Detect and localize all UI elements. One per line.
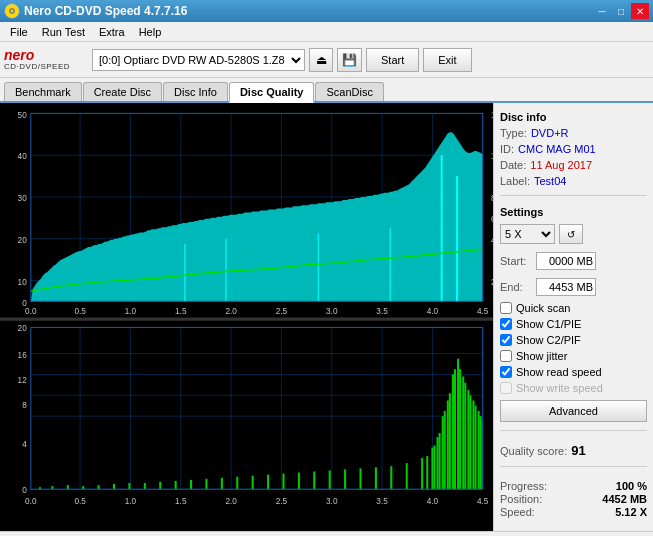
svg-rect-101: [359, 468, 361, 489]
svg-text:1.0: 1.0: [125, 497, 137, 506]
quick-scan-label: Quick scan: [516, 302, 570, 314]
tab-disc-quality[interactable]: Disc Quality: [229, 82, 315, 103]
svg-rect-122: [469, 395, 471, 489]
minimize-button[interactable]: ─: [593, 3, 611, 19]
app-icon: [4, 3, 20, 19]
settings-title: Settings: [500, 206, 647, 218]
svg-rect-88: [159, 482, 161, 489]
show-read-row: Show read speed: [500, 366, 647, 378]
menu-extra[interactable]: Extra: [93, 24, 131, 40]
show-c1-row: Show C1/PIE: [500, 318, 647, 330]
position-value: 4452 MB: [602, 493, 647, 505]
start-row: Start:: [500, 252, 647, 270]
svg-text:3.5: 3.5: [376, 497, 388, 506]
speed-select[interactable]: 5 X: [500, 224, 555, 244]
svg-rect-82: [67, 485, 69, 489]
menu-file[interactable]: File: [4, 24, 34, 40]
save-button[interactable]: 💾: [337, 48, 362, 72]
svg-rect-3: [0, 103, 493, 531]
start-button[interactable]: Start: [366, 48, 419, 72]
menu-help[interactable]: Help: [133, 24, 168, 40]
svg-rect-114: [449, 393, 451, 489]
show-jitter-label: Show jitter: [516, 350, 567, 362]
start-input[interactable]: [536, 252, 596, 270]
svg-text:1.0: 1.0: [125, 307, 137, 316]
progress-speed-row: Speed: 5.12 X: [500, 506, 647, 518]
svg-rect-110: [439, 433, 441, 489]
speed-label: Speed:: [500, 506, 535, 518]
tab-create-disc[interactable]: Create Disc: [83, 82, 162, 101]
save-icon: 💾: [342, 53, 357, 67]
svg-rect-99: [329, 470, 331, 489]
svg-rect-109: [437, 437, 439, 489]
quality-label: Quality score:: [500, 445, 567, 457]
show-jitter-checkbox[interactable]: [500, 350, 512, 362]
show-jitter-row: Show jitter: [500, 350, 647, 362]
eject-icon: ⏏: [316, 53, 327, 67]
show-c1-checkbox[interactable]: [500, 318, 512, 330]
tab-scan-disc[interactable]: ScanDisc: [315, 82, 383, 101]
disc-label-row: Label: Test04: [500, 175, 647, 187]
svg-rect-123: [472, 401, 474, 490]
svg-text:2.0: 2.0: [225, 307, 237, 316]
svg-text:16: 16: [18, 351, 28, 360]
svg-rect-86: [128, 483, 130, 489]
disc-type-label: Type:: [500, 127, 527, 139]
disc-label-value: Test04: [534, 175, 566, 187]
svg-text:3.0: 3.0: [326, 497, 338, 506]
progress-value: 100 %: [616, 480, 647, 492]
main-content: 50 40 30 20 10 0 16 12 8 6 4 2 0.0 0.5 1…: [0, 103, 653, 531]
svg-text:2.5: 2.5: [276, 307, 288, 316]
eject-button[interactable]: ⏏: [309, 48, 333, 72]
disc-info-title: Disc info: [500, 111, 647, 123]
disc-id-label: ID:: [500, 143, 514, 155]
svg-text:4.5: 4.5: [477, 307, 489, 316]
svg-rect-116: [454, 369, 456, 489]
svg-text:12: 12: [491, 152, 493, 161]
show-write-label: Show write speed: [516, 382, 603, 394]
menu-run-test[interactable]: Run Test: [36, 24, 91, 40]
svg-text:2.0: 2.0: [225, 497, 237, 506]
svg-rect-91: [205, 479, 207, 489]
disc-id-row: ID: CMC MAG M01: [500, 143, 647, 155]
svg-rect-112: [444, 411, 446, 489]
svg-rect-94: [252, 476, 254, 490]
svg-text:30: 30: [18, 194, 28, 203]
tab-disc-info[interactable]: Disc Info: [163, 82, 228, 101]
advanced-button[interactable]: Advanced: [500, 400, 647, 422]
svg-rect-108: [433, 445, 435, 489]
svg-text:0.0: 0.0: [25, 497, 37, 506]
close-button[interactable]: ✕: [631, 3, 649, 19]
svg-text:3.5: 3.5: [376, 307, 388, 316]
maximize-button[interactable]: □: [612, 3, 630, 19]
show-read-checkbox[interactable]: [500, 366, 512, 378]
svg-text:0: 0: [22, 486, 27, 495]
exit-button[interactable]: Exit: [423, 48, 471, 72]
svg-rect-100: [344, 469, 346, 489]
show-c2-checkbox[interactable]: [500, 334, 512, 346]
disc-label-label: Label:: [500, 175, 530, 187]
svg-rect-104: [406, 463, 408, 489]
end-input[interactable]: [536, 278, 596, 296]
refresh-button[interactable]: ↺: [559, 224, 583, 244]
tab-benchmark[interactable]: Benchmark: [4, 82, 82, 101]
progress-label: Progress:: [500, 480, 547, 492]
svg-rect-125: [478, 411, 480, 489]
svg-text:1.5: 1.5: [175, 497, 187, 506]
svg-rect-103: [390, 466, 392, 489]
svg-text:3.0: 3.0: [326, 307, 338, 316]
svg-text:4.0: 4.0: [427, 307, 439, 316]
svg-text:0.5: 0.5: [74, 497, 86, 506]
svg-text:40: 40: [18, 152, 28, 161]
disc-type-row: Type: DVD+R: [500, 127, 647, 139]
toolbar: nero CD·DVD/SPEED [0:0] Optiarc DVD RW A…: [0, 42, 653, 78]
disc-id-value: CMC MAG M01: [518, 143, 596, 155]
start-label: Start:: [500, 255, 532, 267]
quick-scan-row: Quick scan: [500, 302, 647, 314]
speed-value: 5.12 X: [615, 506, 647, 518]
quick-scan-checkbox[interactable]: [500, 302, 512, 314]
svg-text:1.5: 1.5: [175, 307, 187, 316]
drive-select[interactable]: [0:0] Optiarc DVD RW AD-5280S 1.Z8: [92, 49, 305, 71]
progress-position-row: Position: 4452 MB: [500, 493, 647, 505]
svg-rect-89: [175, 481, 177, 489]
